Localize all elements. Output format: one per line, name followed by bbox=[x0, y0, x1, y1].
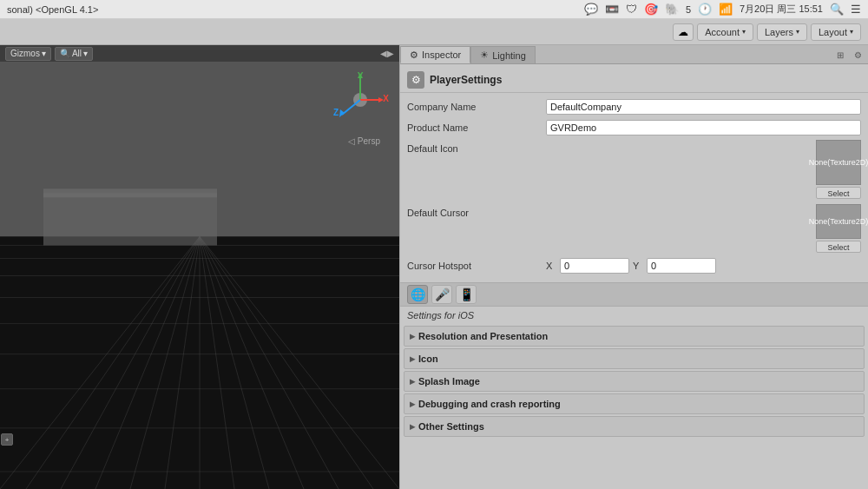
main-area: Gizmos ▾ 🔍 All ▾ ◀▶ bbox=[0, 45, 868, 489]
gizmos-all-button[interactable]: 🔍 All ▾ bbox=[55, 47, 93, 61]
menubar-left: sonal) <OpenGL 4.1> bbox=[7, 4, 98, 15]
gizmo-container: Y X Z bbox=[330, 69, 391, 139]
icon-none-label: None bbox=[809, 158, 828, 168]
gizmos-button[interactable]: Gizmos ▾ bbox=[5, 47, 51, 61]
company-name-input[interactable] bbox=[546, 99, 861, 115]
other-section: ▶ Other Settings bbox=[404, 416, 865, 437]
icon-section-header[interactable]: ▶ Icon bbox=[404, 349, 864, 368]
settings-cog-button[interactable]: ⚙ bbox=[851, 48, 865, 62]
tab-inspector-label: Inspector bbox=[422, 50, 461, 60]
y-axis-label: Y bbox=[358, 71, 364, 81]
splash-arrow-icon: ▶ bbox=[410, 378, 415, 386]
tab-bar: ⚙ Inspector ☀ Lighting ⊞ ⚙ bbox=[400, 45, 868, 64]
hotspot-y-label: Y bbox=[633, 261, 643, 271]
cursor-none-label: None bbox=[809, 217, 828, 227]
debug-section-header[interactable]: ▶ Debugging and crash reporting bbox=[404, 394, 864, 413]
mobile-platform-tab[interactable]: 📱 bbox=[456, 285, 477, 304]
layers-dropdown-icon: ▾ bbox=[796, 28, 799, 36]
icon-preview-area: None (Texture2D) Select bbox=[816, 140, 861, 199]
battery-count: 5 bbox=[686, 4, 691, 15]
evernote-icon: 🐘 bbox=[665, 3, 679, 16]
lighting-icon: ☀ bbox=[480, 50, 489, 61]
wifi-icon: 📶 bbox=[719, 3, 733, 16]
hotspot-x-input[interactable] bbox=[560, 258, 629, 274]
menubar: sonal) <OpenGL 4.1> 💬 📼 🛡 🎯 🐘 5 🕐 📶 7月20… bbox=[0, 0, 868, 19]
icon-preview-box: None (Texture2D) bbox=[816, 140, 861, 185]
persp-label: ◁ Persp bbox=[348, 136, 380, 146]
search-icon[interactable]: 🔍 bbox=[830, 3, 844, 16]
cursor-hotspot-row: Cursor Hotspot X Y bbox=[407, 258, 861, 274]
layout-label: Layout bbox=[819, 27, 847, 37]
other-section-header[interactable]: ▶ Other Settings bbox=[404, 417, 864, 436]
cursor-texture-label: (Texture2D) bbox=[827, 217, 868, 227]
tab-inspector[interactable]: ⚙ Inspector bbox=[400, 46, 470, 63]
account-button[interactable]: Account ▾ bbox=[697, 23, 753, 41]
layers-button[interactable]: Layers ▾ bbox=[757, 23, 807, 41]
layout-dropdown-icon: ▾ bbox=[850, 28, 853, 36]
company-name-label: Company Name bbox=[407, 102, 546, 112]
company-name-row: Company Name bbox=[407, 98, 861, 116]
shield-icon: 🛡 bbox=[626, 3, 637, 16]
cloud-button[interactable]: ☁ bbox=[673, 23, 694, 41]
system-time: 7月20日 周三 15:51 bbox=[740, 3, 823, 16]
splash-section-label: Splash Image bbox=[418, 376, 480, 387]
unity-toolbar: ☁ Account ▾ Layers ▾ Layout ▾ bbox=[0, 19, 868, 45]
default-icon-row: Default Icon None (Texture2D) Select bbox=[407, 140, 861, 199]
wechat-icon: 💬 bbox=[584, 3, 598, 16]
default-cursor-label: Default Cursor bbox=[407, 204, 546, 218]
mini-button[interactable]: + bbox=[1, 433, 13, 446]
other-section-label: Other Settings bbox=[418, 421, 484, 432]
tab-icons: ⊞ ⚙ bbox=[833, 48, 868, 63]
icon-section-label: Icon bbox=[418, 354, 438, 364]
debug-section: ▶ Debugging and crash reporting bbox=[404, 393, 865, 414]
cursor-preview-area: None (Texture2D) Select bbox=[816, 204, 861, 253]
app-title: sonal) <OpenGL 4.1> bbox=[7, 4, 98, 15]
splash-section: ▶ Splash Image bbox=[404, 371, 865, 392]
layout-button[interactable]: Layout ▾ bbox=[811, 23, 861, 41]
x-axis-label: X bbox=[383, 94, 389, 103]
hotspot-x-label: X bbox=[546, 261, 556, 271]
player-settings-header: ⚙ PlayerSettings bbox=[400, 68, 868, 93]
tab-lighting[interactable]: ☀ Lighting bbox=[470, 46, 536, 63]
cursor-preview-box: None (Texture2D) bbox=[816, 204, 861, 239]
phone-icon: 📱 bbox=[459, 287, 474, 301]
z-axis-label: Z bbox=[333, 108, 339, 117]
viewport: Gizmos ▾ 🔍 All ▾ ◀▶ bbox=[0, 45, 399, 489]
icon-select-button[interactable]: Select bbox=[816, 187, 861, 199]
product-name-input[interactable] bbox=[546, 120, 861, 135]
account-label: Account bbox=[705, 27, 740, 37]
inspector-icon: ⚙ bbox=[410, 50, 418, 61]
product-name-label: Product Name bbox=[407, 122, 546, 133]
platform-tabs: 🌐 🎤 📱 bbox=[400, 282, 868, 307]
menu-icon[interactable]: ☰ bbox=[851, 3, 861, 16]
hotspot-label: Cursor Hotspot bbox=[407, 261, 546, 271]
default-cursor-row: Default Cursor None (Texture2D) Select bbox=[407, 204, 861, 253]
viewport-collapse-button[interactable]: ◀▶ bbox=[380, 49, 394, 58]
icon-arrow-icon: ▶ bbox=[410, 355, 415, 363]
other-arrow-icon: ▶ bbox=[410, 423, 415, 431]
splash-section-header[interactable]: ▶ Splash Image bbox=[404, 372, 864, 391]
resolution-section-header[interactable]: ▶ Resolution and Presentation bbox=[404, 327, 864, 346]
record-icon: 📼 bbox=[605, 3, 619, 16]
svg-line-31 bbox=[342, 100, 360, 115]
mic-icon: 🎤 bbox=[435, 287, 450, 301]
icon-texture-label: (Texture2D) bbox=[827, 158, 868, 168]
form-section: Company Name Product Name Default Icon N… bbox=[400, 93, 868, 282]
resolution-section-label: Resolution and Presentation bbox=[418, 331, 548, 341]
hotspot-y-input[interactable] bbox=[647, 258, 716, 274]
clock-icon: 🕐 bbox=[698, 3, 712, 16]
web-platform-tab[interactable]: 🌐 bbox=[407, 285, 428, 304]
all-icon: 🔍 bbox=[60, 49, 70, 58]
audio-platform-tab[interactable]: 🎤 bbox=[431, 285, 452, 304]
panel-icon-button[interactable]: ⊞ bbox=[833, 48, 847, 62]
cloud-icon: ☁ bbox=[678, 26, 688, 38]
icon-section: ▶ Icon bbox=[404, 348, 865, 369]
product-name-row: Product Name bbox=[407, 119, 861, 136]
layers-label: Layers bbox=[765, 27, 793, 37]
all-label: All bbox=[72, 49, 82, 58]
menubar-right: 💬 📼 🛡 🎯 🐘 5 🕐 📶 7月20日 周三 15:51 🔍 ☰ bbox=[584, 3, 861, 16]
svg-marker-32 bbox=[339, 109, 345, 117]
tab-lighting-label: Lighting bbox=[492, 50, 526, 61]
cursor-select-button[interactable]: Select bbox=[816, 241, 861, 253]
gizmos-dropdown-icon: ▾ bbox=[42, 49, 46, 58]
